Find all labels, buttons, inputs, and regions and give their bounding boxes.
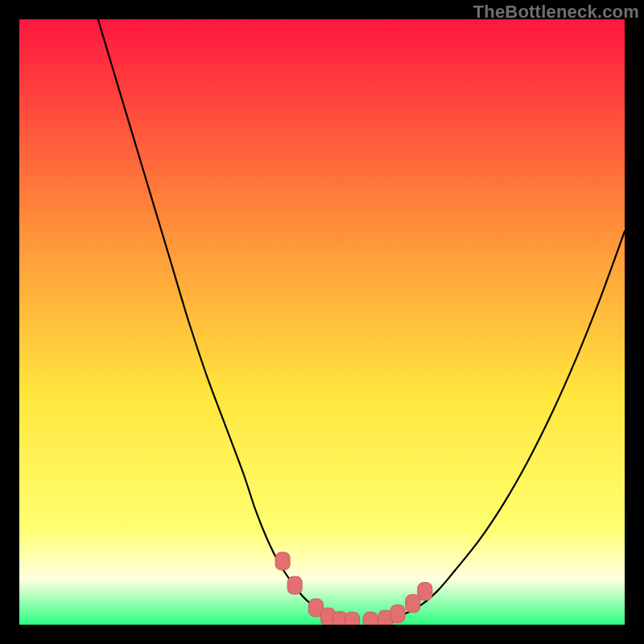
marker-7 xyxy=(363,612,378,625)
marker-2 xyxy=(287,576,302,594)
chart-svg xyxy=(19,19,625,625)
marker-11 xyxy=(418,583,432,601)
marker-9 xyxy=(390,605,405,622)
gradient-background xyxy=(19,19,625,625)
plot-area xyxy=(19,19,625,625)
chart-frame: TheBottleneck.com xyxy=(0,0,644,644)
watermark-text: TheBottleneck.com xyxy=(473,2,639,23)
marker-1 xyxy=(275,552,290,570)
marker-6 xyxy=(345,612,360,625)
